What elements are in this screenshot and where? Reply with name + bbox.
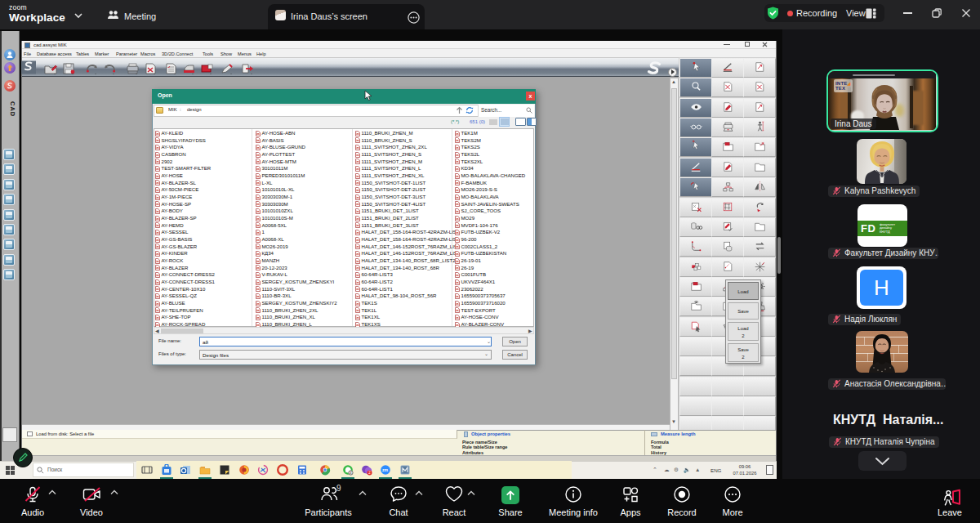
svg-text:zm: zm: [382, 467, 389, 472]
